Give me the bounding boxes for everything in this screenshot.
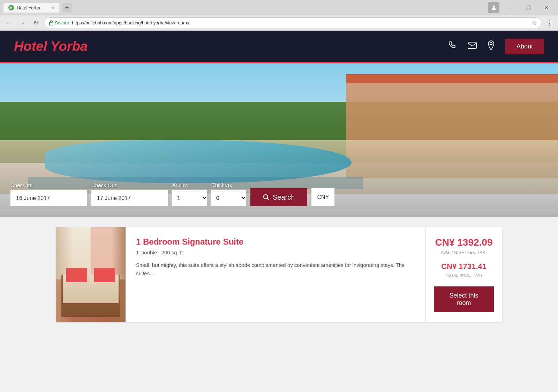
room-title: 1 Bedroom Signature Suite — [136, 237, 415, 247]
price-per-night-label: AVG. / NIGHT (EX. TAX) — [441, 250, 487, 254]
svg-point-0 — [493, 6, 495, 8]
search-label: Search — [273, 193, 295, 201]
browser-chrome: b Hotel Yorba × + — ❐ ✕ ← → ↻ Secure — [0, 0, 558, 31]
tab-favicon: b — [8, 5, 14, 10]
secure-label: Secure — [55, 20, 69, 25]
room-details: 1 Double · 200 sq. ft — [136, 249, 415, 255]
svg-rect-1 — [50, 22, 53, 25]
svg-point-3 — [490, 43, 492, 45]
pillow-left — [66, 268, 87, 282]
price-main: CN¥ 1392.09 — [435, 237, 492, 248]
adults-select[interactable]: 1 2 3 4 — [172, 190, 207, 206]
location-icon[interactable] — [487, 40, 495, 52]
room-description: Small, but mighty, this suite offers a s… — [136, 261, 415, 278]
room-pricing: CN¥ 1392.09 AVG. / NIGHT (EX. TAX) CN¥ 1… — [425, 227, 502, 322]
secure-badge: Secure — [49, 20, 69, 25]
address-url: https://bellebnb.com/apps/booking/hotel-… — [72, 20, 529, 25]
checkout-group: Check Out: — [91, 182, 168, 206]
back-btn[interactable]: ← — [4, 18, 14, 28]
svg-rect-2 — [468, 42, 476, 48]
children-select[interactable]: 0 1 2 3 — [211, 190, 246, 206]
select-room-button[interactable]: Select this room — [434, 286, 494, 312]
forward-btn[interactable]: → — [17, 18, 27, 28]
maximize-btn[interactable]: ❐ — [520, 2, 536, 13]
checkin-group: Check In: — [10, 182, 87, 206]
close-btn[interactable]: ✕ — [538, 2, 555, 13]
minimize-btn[interactable]: — — [502, 2, 518, 13]
tab-title: Hotel Yorba — [17, 5, 40, 10]
checkin-input[interactable] — [10, 190, 87, 206]
tab-close-btn[interactable]: × — [52, 5, 54, 10]
children-group: Children: 0 1 2 3 — [211, 182, 246, 206]
adults-group: Adults: 1 2 3 4 — [172, 182, 207, 206]
price-total: CN¥ 1731.41 — [441, 262, 487, 271]
browser-tab[interactable]: b Hotel Yorba × — [3, 3, 59, 13]
site-header: Hotel Yorba About — [0, 31, 558, 62]
room-info: 1 Bedroom Signature Suite 1 Double · 200… — [126, 227, 425, 322]
address-bar[interactable]: Secure https://bellebnb.com/apps/booking… — [44, 17, 542, 28]
browser-controls: ← → ↻ Secure https://bellebnb.com/apps/b… — [0, 15, 558, 30]
search-icon — [263, 194, 269, 200]
bookmark-icon[interactable]: ☆ — [532, 20, 537, 26]
search-overlay: Check In: Check Out: Adults: 1 2 3 4 Chi… — [0, 175, 558, 217]
hotel-logo[interactable]: Hotel Yorba — [14, 39, 448, 54]
price-total-label: TOTAL (INCL. TAX) — [446, 273, 482, 277]
currency-badge[interactable]: CNY — [311, 188, 334, 206]
phone-icon[interactable] — [448, 41, 457, 52]
new-tab-btn[interactable]: + — [62, 3, 72, 13]
children-label: Children: — [211, 182, 246, 188]
refresh-btn[interactable]: ↻ — [31, 18, 40, 28]
about-btn[interactable]: About — [505, 39, 544, 54]
hero-section: Check In: Check Out: Adults: 1 2 3 4 Chi… — [0, 63, 558, 217]
search-button[interactable]: Search — [250, 188, 307, 206]
checkin-label: Check In: — [10, 182, 87, 188]
pillow-right — [94, 268, 115, 282]
hotel-roof — [346, 74, 558, 83]
browser-titlebar: b Hotel Yorba × + — ❐ ✕ — [0, 0, 558, 15]
room-image — [56, 227, 126, 322]
email-icon[interactable] — [468, 42, 477, 51]
room-card: 1 Bedroom Signature Suite 1 Double · 200… — [56, 227, 502, 322]
adults-label: Adults: — [172, 182, 207, 188]
menu-icon[interactable]: ⋮ — [545, 19, 554, 27]
window-controls: — ❐ ✕ — [502, 2, 555, 13]
checkout-label: Check Out: — [91, 182, 168, 188]
user-icon — [488, 2, 499, 13]
header-nav: About — [448, 39, 544, 54]
rooms-section: 1 Bedroom Signature Suite 1 Double · 200… — [0, 217, 558, 332]
checkout-input[interactable] — [91, 190, 168, 206]
